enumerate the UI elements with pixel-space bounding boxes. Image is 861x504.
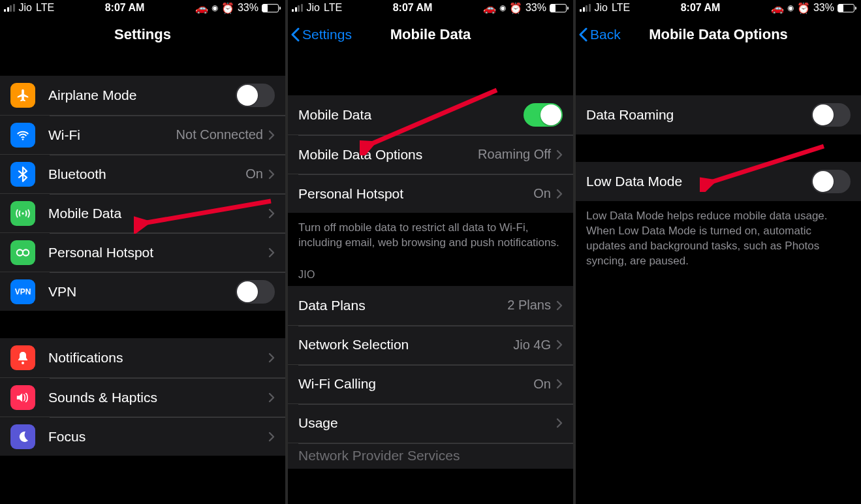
- battery-pct: 33%: [813, 2, 834, 14]
- chevron-right-icon: [556, 339, 563, 350]
- row-label: Data Roaming: [586, 107, 811, 123]
- navbar: Settings: [0, 16, 285, 54]
- back-button[interactable]: Settings: [290, 27, 352, 42]
- notifications-icon: [10, 345, 35, 370]
- row-bluetooth[interactable]: Bluetooth On: [0, 154, 285, 193]
- svg-point-4: [22, 362, 24, 364]
- row-label: Airplane Mode: [48, 87, 236, 103]
- row-usage[interactable]: Usage: [288, 403, 573, 443]
- back-label: Back: [590, 27, 621, 42]
- svg-point-1: [22, 212, 23, 214]
- navbar: Settings Mobile Data: [288, 16, 573, 54]
- chevron-right-icon: [556, 300, 563, 311]
- options-section-1: Data Roaming: [576, 95, 861, 134]
- section-footer: Turn off mobile data to restrict all dat…: [288, 213, 573, 251]
- chevron-left-icon: [578, 27, 587, 42]
- row-data-roaming[interactable]: Data Roaming: [576, 95, 861, 134]
- svg-point-2: [17, 249, 23, 255]
- row-sounds[interactable]: Sounds & Haptics: [0, 377, 285, 417]
- mobile-data-icon: [10, 201, 35, 226]
- row-label: Mobile Data Options: [298, 147, 478, 163]
- chevron-right-icon: [268, 432, 275, 442]
- statusbar: Jio LTE 8:07 AM 🚗 ◉ ⏰ 33%: [0, 0, 285, 16]
- row-label: Data Plans: [298, 298, 507, 313]
- options-section-2: Low Data Mode: [576, 162, 861, 201]
- signal-icon: [4, 4, 15, 12]
- row-network-selection[interactable]: Network Selection Jio 4G: [288, 325, 573, 364]
- row-detail: Jio 4G: [513, 338, 551, 353]
- row-label: Bluetooth: [48, 166, 245, 182]
- car-icon: 🚗: [483, 2, 496, 14]
- chevron-right-icon: [556, 189, 563, 199]
- mobile-data-section-2: Data Plans 2 Plans Network Selection Jio…: [288, 286, 573, 469]
- row-label: Wi-Fi Calling: [298, 376, 533, 392]
- back-label: Settings: [302, 27, 352, 42]
- row-notifications[interactable]: Notifications: [0, 338, 285, 377]
- low-data-toggle[interactable]: [811, 170, 851, 193]
- chevron-right-icon: [268, 169, 275, 180]
- row-low-data-mode[interactable]: Low Data Mode: [576, 162, 861, 201]
- location-icon: ◉: [499, 3, 506, 12]
- focus-icon: [10, 424, 35, 449]
- location-icon: ◉: [211, 3, 218, 12]
- battery-icon: [838, 4, 854, 12]
- vpn-toggle[interactable]: [236, 280, 275, 304]
- chevron-right-icon: [556, 150, 563, 160]
- row-label: Network Selection: [298, 337, 513, 353]
- settings-section-1: Airplane Mode Wi-Fi Not Connected Blueto…: [0, 76, 285, 311]
- back-button[interactable]: Back: [578, 27, 621, 42]
- data-roaming-toggle[interactable]: [811, 103, 851, 127]
- page-title: Settings: [114, 26, 171, 43]
- car-icon: 🚗: [195, 2, 208, 14]
- wifi-icon: [10, 123, 35, 148]
- row-data-plans[interactable]: Data Plans 2 Plans: [288, 286, 573, 325]
- chevron-left-icon: [290, 27, 300, 42]
- section-header: JIO: [288, 251, 573, 286]
- row-airplane[interactable]: Airplane Mode: [0, 76, 285, 115]
- chevron-right-icon: [268, 247, 275, 258]
- carrier: Jio: [595, 2, 608, 14]
- section-footer: Low Data Mode helps reduce mobile data u…: [576, 201, 861, 269]
- mobile-data-toggle[interactable]: [524, 103, 563, 127]
- page-title: Mobile Data Options: [649, 26, 788, 43]
- row-label: Personal Hotspot: [298, 186, 533, 202]
- row-label: VPN: [48, 284, 236, 300]
- airplane-toggle[interactable]: [236, 84, 275, 107]
- page-title: Mobile Data: [390, 26, 471, 43]
- row-wifi-calling[interactable]: Wi-Fi Calling On: [288, 364, 573, 403]
- row-label: Mobile Data: [48, 206, 268, 221]
- row-vpn[interactable]: VPN VPN: [0, 272, 285, 311]
- airplane-icon: [10, 83, 35, 108]
- screen-mobile-data-options: Jio LTE 8:07 AM 🚗 ◉ ⏰ 33% Back Mobile Da…: [576, 0, 861, 504]
- sounds-icon: [10, 385, 35, 410]
- row-network-provider[interactable]: Network Provider Services: [288, 443, 573, 469]
- vpn-icon: VPN: [10, 279, 35, 304]
- row-mobile-data-toggle[interactable]: Mobile Data: [288, 95, 573, 134]
- chevron-right-icon: [556, 379, 563, 389]
- row-wifi[interactable]: Wi-Fi Not Connected: [0, 115, 285, 154]
- battery-pct: 33%: [525, 2, 546, 14]
- carrier: Jio: [307, 2, 320, 14]
- row-label: Focus: [48, 429, 268, 445]
- clock: 8:07 AM: [105, 2, 145, 14]
- row-detail: On: [245, 166, 263, 181]
- signal-icon: [292, 4, 303, 12]
- svg-point-0: [22, 138, 24, 140]
- row-focus[interactable]: Focus: [0, 417, 285, 456]
- screen-settings: Jio LTE 8:07 AM 🚗 ◉ ⏰ 33% Settings Airpl…: [0, 0, 285, 504]
- alarm-icon: ⏰: [509, 2, 522, 14]
- row-hotspot[interactable]: Personal Hotspot: [0, 232, 285, 272]
- row-label: Low Data Mode: [586, 174, 811, 189]
- location-icon: ◉: [787, 3, 794, 12]
- battery-pct: 33%: [238, 2, 258, 14]
- svg-point-3: [23, 249, 29, 255]
- chevron-right-icon: [268, 130, 275, 140]
- hotspot-icon: [10, 240, 35, 265]
- row-label: Notifications: [48, 350, 268, 366]
- row-personal-hotspot[interactable]: Personal Hotspot On: [288, 174, 573, 213]
- row-detail: On: [533, 377, 551, 392]
- row-mobile-data[interactable]: Mobile Data: [0, 193, 285, 232]
- row-mobile-data-options[interactable]: Mobile Data Options Roaming Off: [288, 134, 573, 174]
- clock: 8:07 AM: [681, 2, 721, 14]
- chevron-right-icon: [556, 418, 563, 428]
